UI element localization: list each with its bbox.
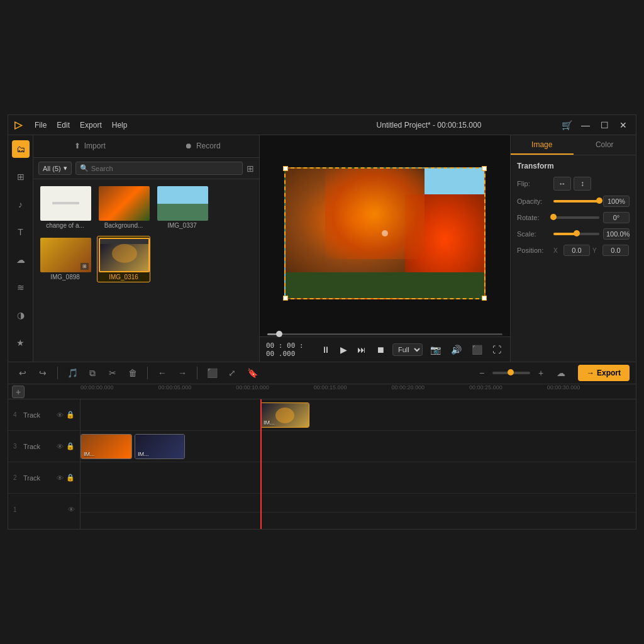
lock-icon[interactable]: 🔒 [66, 411, 75, 419]
lock-icon[interactable]: 🔒 [66, 442, 75, 450]
add-track-button[interactable]: + [12, 386, 25, 398]
visibility-icon[interactable]: 👁 [57, 411, 64, 419]
separator [197, 367, 197, 379]
tab-color[interactable]: Color [574, 135, 636, 155]
x-value[interactable]: 0.0 [564, 245, 590, 256]
visibility-icon[interactable]: 👁 [57, 474, 64, 482]
menu-edit[interactable]: Edit [57, 121, 70, 130]
rotate-value: 0° [603, 212, 630, 223]
screenshot-button[interactable]: 📷 [428, 343, 443, 356]
sidebar-item-layers[interactable]: ⊞ [12, 168, 30, 186]
list-item[interactable]: change of a... [38, 184, 92, 231]
corner-tr[interactable] [482, 166, 487, 171]
split-button[interactable]: ✂ [104, 365, 121, 381]
pause-button[interactable]: ⏸ [319, 343, 333, 356]
sidebar-item-cloud[interactable]: ☁ [12, 251, 30, 269]
grid-view-icon[interactable]: ⊞ [247, 164, 254, 174]
redo-button[interactable]: ↪ [35, 365, 51, 381]
preview-image[interactable] [284, 167, 486, 299]
fullscreen-button[interactable]: ⛶ [490, 343, 504, 356]
rotate-slider[interactable] [553, 216, 599, 219]
visibility-icon[interactable]: 👁 [57, 443, 64, 450]
quality-select[interactable]: Full 1/2 1/4 [392, 343, 423, 356]
transform-button[interactable]: ⤢ [224, 365, 240, 381]
flip-horizontal-button[interactable]: ↔ [553, 177, 571, 191]
sidebar-item-audio[interactable]: ♪ [12, 196, 30, 213]
list-item[interactable]: IMG_0316 [97, 236, 150, 282]
minimize-button[interactable]: — [579, 120, 592, 130]
cart-icon[interactable]: 🛒 [560, 120, 573, 130]
zoom-slider[interactable] [492, 372, 530, 374]
search-input[interactable] [91, 165, 238, 172]
preview-progress-bar[interactable] [260, 331, 510, 336]
audio-button[interactable]: 🔊 [448, 343, 464, 356]
opacity-label: Opacity: [517, 197, 550, 205]
filter-label: All (5) [43, 165, 61, 172]
undo-button[interactable]: ↩ [14, 365, 31, 381]
next-frame-button[interactable]: ⏭ [355, 343, 369, 356]
track-clip[interactable]: IM... [80, 434, 132, 459]
media-search-box[interactable]: 🔍 [75, 162, 243, 175]
marker-button[interactable]: 🔖 [244, 365, 260, 381]
list-item[interactable]: Background... [97, 184, 150, 231]
ruler-mark: 00:00:10.000 [236, 384, 269, 391]
save-to-cloud-button[interactable]: ☁ [553, 365, 569, 381]
close-button[interactable]: ✕ [617, 120, 630, 130]
sidebar-item-effects[interactable]: ≋ [12, 279, 30, 296]
ruler-mark: 00:00:00.000 [80, 384, 114, 391]
scale-label: Scale: [517, 230, 550, 238]
track-row: IM... [80, 399, 636, 431]
crop-button[interactable]: ⬛ [204, 365, 220, 381]
media-filter-dropdown[interactable]: All (5) ▾ [38, 162, 72, 175]
lock-icon[interactable]: 🔒 [66, 474, 75, 482]
detach-audio-button[interactable]: 🎵 [64, 365, 80, 381]
export-label: Export [597, 369, 621, 377]
right-panel-tabs: Image Color [511, 135, 636, 155]
corner-tl[interactable] [283, 166, 288, 171]
track-label: 2 Track 👁 🔒 [8, 462, 80, 494]
track-clip[interactable]: IM... [260, 402, 309, 428]
delete-button[interactable]: 🗑 [125, 365, 141, 381]
media-panel: ⬆ Import ⏺ Record All (5) ▾ 🔍 ⊞ [33, 135, 260, 362]
layout-button[interactable]: ⬛ [469, 343, 485, 356]
tab-record[interactable]: ⏺ Record [147, 135, 260, 157]
corner-br[interactable] [482, 296, 487, 301]
transform-center[interactable] [382, 230, 388, 236]
playhead[interactable] [260, 399, 262, 529]
play-button[interactable]: ▶ [338, 343, 350, 356]
menu-help[interactable]: Help [112, 121, 128, 130]
flip-vertical-button[interactable]: ↕ [574, 177, 591, 191]
tab-image[interactable]: Image [511, 135, 574, 155]
menu-file[interactable]: File [35, 121, 47, 130]
opacity-slider[interactable] [553, 200, 599, 203]
list-item[interactable]: ⊞ IMG_0898 [38, 236, 92, 282]
sidebar-item-color[interactable]: ◑ [12, 306, 30, 324]
tab-import[interactable]: ⬆ Import [33, 135, 147, 157]
group-button[interactable]: ⧉ [84, 365, 101, 381]
corner-bl[interactable] [283, 296, 288, 301]
arrow-left-button[interactable]: ← [154, 365, 170, 381]
window-controls: 🛒 — ☐ ✕ [560, 120, 630, 130]
arrow-right-button[interactable]: → [174, 365, 191, 381]
menu-bar: File Edit Export Help [35, 121, 297, 130]
track-clip[interactable]: IM... [135, 434, 185, 459]
visibility-icon[interactable]: 👁 [68, 506, 75, 513]
y-value[interactable]: 0.0 [602, 245, 629, 256]
sidebar-item-text[interactable]: T [12, 223, 30, 241]
timeline-tracks[interactable]: IM... IM... IM... [80, 399, 636, 529]
preview-canvas [260, 135, 510, 331]
stop-button[interactable]: ⏹ [374, 343, 387, 356]
menu-export[interactable]: Export [80, 121, 102, 130]
position-inputs: X 0.0 Y 0.0 [553, 245, 629, 256]
zoom-minus-button[interactable]: − [474, 365, 490, 381]
export-button[interactable]: → Export [578, 365, 630, 381]
sidebar-item-media[interactable]: 🗂 [12, 140, 30, 158]
media-toolbar: All (5) ▾ 🔍 ⊞ [33, 158, 259, 179]
scale-slider[interactable] [553, 233, 599, 235]
maximize-button[interactable]: ☐ [598, 120, 611, 130]
list-item[interactable]: IMG_0337 [155, 184, 209, 231]
zoom-plus-button[interactable]: + [533, 365, 549, 381]
media-grid: change of a... Background... IMG_0337 [33, 179, 259, 362]
sidebar-item-star[interactable]: ★ [12, 334, 30, 352]
toolbar: ↩ ↪ 🎵 ⧉ ✂ 🗑 ← → ⬛ ⤢ 🔖 − + ☁ → Export [8, 362, 636, 384]
